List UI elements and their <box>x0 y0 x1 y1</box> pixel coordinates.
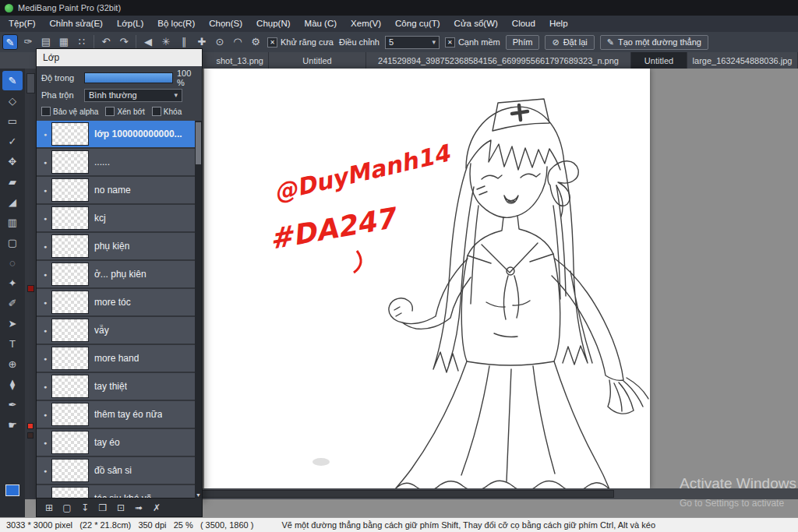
layer-row-8[interactable]: ●more hand <box>37 345 202 372</box>
make-line-button[interactable]: ✎ Tạo một đường thẳng <box>600 35 708 50</box>
lock-checkbox[interactable]: Khóa <box>152 107 182 116</box>
layer-row-1[interactable]: ●...... <box>37 149 202 175</box>
redo-icon[interactable]: ↷ <box>118 34 130 50</box>
opacity-slider[interactable] <box>84 72 173 83</box>
layer-visibility-dot[interactable]: ● <box>39 216 51 221</box>
snap-parallel-icon[interactable]: ∥ <box>178 34 190 50</box>
folder-icon[interactable]: ❒ <box>96 502 110 513</box>
adjust-dropdown[interactable]: 5 ▾ <box>385 36 440 49</box>
marquee-tool[interactable]: ▢ <box>2 233 23 252</box>
menu-item-4[interactable]: Chọn(S) <box>202 16 249 32</box>
menu-item-9[interactable]: Cửa sổ(W) <box>447 16 505 32</box>
menu-item-2[interactable]: Lớp(L) <box>110 16 150 32</box>
tab-2[interactable]: 241529894_398752368584156_66999556617976… <box>366 52 631 69</box>
merge-down-icon[interactable]: ↧ <box>78 502 92 513</box>
lasso-tool[interactable]: ◌ <box>2 253 23 273</box>
move-tool[interactable]: ✥ <box>2 152 23 171</box>
menu-item-5[interactable]: Chụp(N) <box>249 16 297 32</box>
shape-fill-tool[interactable]: ▰ <box>2 172 23 192</box>
snap-ellipse-icon[interactable]: ◠ <box>231 34 244 50</box>
canvas[interactable]: @DuyManh14 #DA247 <box>204 69 650 488</box>
tab-4[interactable]: large_1632454888036.jpg <box>687 52 798 69</box>
layer-row-3[interactable]: ●kcj <box>37 205 202 231</box>
layer-row-11[interactable]: ●tay éo <box>37 429 202 456</box>
menu-item-11[interactable]: Help <box>542 16 575 32</box>
menu-item-7[interactable]: Xem(V) <box>344 16 388 32</box>
layer-visibility-dot[interactable]: ● <box>39 384 51 389</box>
brush-tool[interactable]: ✎ <box>2 71 23 90</box>
layer-row-7[interactable]: ●vẫy <box>37 317 202 344</box>
pen-icon[interactable]: ✑ <box>22 34 34 50</box>
key-button[interactable]: Phím <box>506 35 540 50</box>
layer-row-0[interactable]: ●lớp 100000000000... <box>37 121 202 147</box>
layer-row-2[interactable]: ●no name <box>37 177 202 203</box>
magic-wand-tool[interactable]: ✦ <box>2 273 23 293</box>
layer-row-6[interactable]: ●more tóc <box>37 289 202 315</box>
layer-list-scrollbar[interactable]: ▼ <box>195 121 202 499</box>
delete-layer-icon[interactable]: ✗ <box>150 502 164 513</box>
layer-visibility-dot[interactable]: ● <box>39 188 51 193</box>
layer-visibility-dot[interactable]: ● <box>39 328 51 333</box>
snap-off-icon[interactable]: ✳ <box>160 34 172 50</box>
dodge-tool[interactable]: ✓ <box>2 132 23 151</box>
antialias-checkbox[interactable]: ✕ Khử răng cưa <box>267 37 334 48</box>
eyedropper-tool[interactable]: ⧫ <box>2 375 23 394</box>
snap-cross-icon[interactable]: ✚ <box>196 34 208 50</box>
layer-row-12[interactable]: ●đồ sản si <box>37 457 202 484</box>
layer-visibility-dot[interactable]: ● <box>39 412 51 417</box>
menu-item-10[interactable]: Cloud <box>505 16 542 32</box>
foreground-color-swatch[interactable] <box>5 484 19 496</box>
active-brush-chip[interactable]: ✎ <box>2 34 18 50</box>
transfer-layer-icon[interactable]: ➟ <box>132 502 146 513</box>
layer-visibility-dot[interactable]: ● <box>39 440 51 446</box>
snap-vanish-icon[interactable]: ⊙ <box>214 34 226 50</box>
gradient-tool[interactable]: ▥ <box>2 213 23 232</box>
reset-button[interactable]: ⊘ Đặt lại <box>545 35 594 50</box>
layer-visibility-dot[interactable]: ● <box>39 160 51 165</box>
select-pen-tool[interactable]: ✐ <box>2 294 23 313</box>
scrollbar-thumb[interactable] <box>196 122 201 164</box>
layer-visibility-dot[interactable]: ● <box>39 272 51 277</box>
undo-icon[interactable]: ↶ <box>100 34 112 50</box>
layer-visibility-dot[interactable]: ● <box>39 356 51 361</box>
grid-icon[interactable]: ▦ <box>58 34 70 50</box>
select-rect-tool[interactable]: ▭ <box>2 111 23 131</box>
pen-tool[interactable]: ✒ <box>2 395 23 414</box>
text-tool[interactable]: T <box>2 334 23 354</box>
menu-item-8[interactable]: Công cụ(T) <box>388 16 447 32</box>
sliver-panel-tab[interactable] <box>26 73 35 93</box>
blend-dropdown[interactable]: Bình thường ▾ <box>84 89 182 102</box>
zoom-tool[interactable]: ⊕ <box>2 354 23 374</box>
bucket-tool[interactable]: ◢ <box>2 192 23 212</box>
hand-tool[interactable]: ☛ <box>2 415 23 435</box>
dots-icon[interactable]: ∷ <box>76 34 88 50</box>
new-layer-icon[interactable]: ⊞ <box>42 502 56 513</box>
menu-item-0[interactable]: Tệp(F) <box>2 16 43 32</box>
layer-visibility-dot[interactable]: ● <box>39 244 51 249</box>
prev-icon[interactable]: ◀ <box>142 34 154 50</box>
soft-edge-checkbox[interactable]: ✕ Cạnh mềm <box>445 37 500 48</box>
layer-row-10[interactable]: ●thêm tay éo nữa <box>37 401 202 428</box>
layer-icon[interactable]: ▢ <box>60 502 74 513</box>
layer-row-5[interactable]: ●ở... phụ kiên <box>37 261 202 287</box>
gear-icon[interactable]: ⚙ <box>249 34 262 50</box>
tab-3[interactable]: Untitled <box>631 52 687 69</box>
color-swatch-darkred[interactable] <box>27 285 34 292</box>
layer-row-9[interactable]: ●tay thiệt <box>37 373 202 400</box>
pages-icon[interactable]: ▤ <box>40 34 52 50</box>
color-swatch-red[interactable] <box>27 423 34 429</box>
menu-item-1[interactable]: Chỉnh sửa(E) <box>43 16 110 32</box>
eraser-tool[interactable]: ◇ <box>2 91 23 111</box>
clipping-checkbox[interactable]: Xén bớt <box>105 107 144 116</box>
menu-item-3[interactable]: Bộ lọc(R) <box>150 16 202 32</box>
menu-item-6[interactable]: Màu (C) <box>298 16 344 32</box>
layer-visibility-dot[interactable]: ● <box>39 468 51 474</box>
operation-tool[interactable]: ➤ <box>2 314 23 333</box>
duplicate-layer-icon[interactable]: ⊡ <box>114 502 128 513</box>
layer-visibility-dot[interactable]: ● <box>39 300 51 305</box>
layer-row-13[interactable]: ●tóc siu khó vẽ <box>37 485 202 498</box>
layer-visibility-dot[interactable]: ● <box>39 496 51 499</box>
tab-1[interactable]: Untitled <box>269 52 366 69</box>
color-swatch-dark[interactable] <box>27 432 34 439</box>
layer-row-4[interactable]: ●phụ kiện <box>37 233 202 259</box>
